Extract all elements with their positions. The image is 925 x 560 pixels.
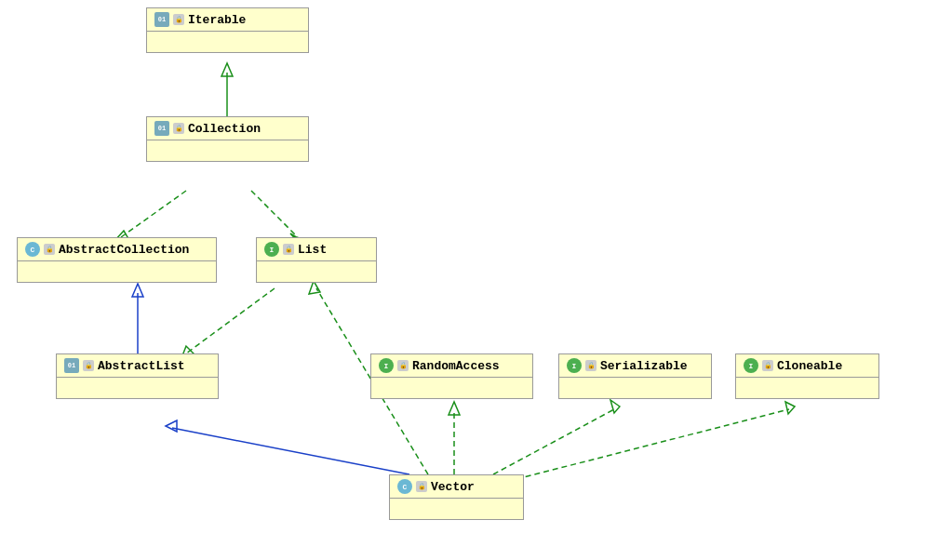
svg-marker-17 — [610, 400, 620, 413]
abstractcollection-label: AbstractCollection — [59, 243, 189, 257]
list-box: I 🔒 List — [256, 237, 377, 283]
vector-icon: C — [397, 479, 412, 494]
serializable-label: Serializable — [600, 359, 688, 373]
svg-line-8 — [186, 288, 275, 353]
abstractcollection-icon: C — [25, 242, 40, 257]
vector-body — [390, 499, 523, 519]
svg-line-16 — [493, 409, 614, 474]
abstractlist-body — [57, 378, 218, 398]
list-icon: I — [264, 242, 279, 257]
cloneable-header: I 🔒 Cloneable — [736, 354, 878, 378]
iterable-header: 01 🔒 Iterable — [147, 8, 308, 32]
abstractlist-header: 01 🔒 AbstractList — [57, 354, 218, 378]
abstractlist-label: AbstractList — [98, 359, 185, 373]
cloneable-body — [736, 378, 878, 398]
svg-marker-7 — [132, 284, 143, 297]
vector-lock: 🔒 — [416, 481, 427, 492]
serializable-lock: 🔒 — [585, 360, 597, 371]
svg-line-4 — [251, 191, 298, 237]
iterable-icon: 01 — [154, 12, 169, 27]
randomaccess-lock: 🔒 — [397, 360, 409, 371]
collection-header: 01 🔒 Collection — [147, 117, 308, 140]
collection-box: 01 🔒 Collection — [146, 116, 309, 162]
randomaccess-box: I 🔒 RandomAccess — [370, 353, 533, 399]
svg-line-12 — [172, 428, 409, 474]
randomaccess-body — [371, 378, 532, 398]
list-body — [257, 261, 376, 282]
randomaccess-header: I 🔒 RandomAccess — [371, 354, 532, 378]
serializable-icon: I — [567, 358, 582, 373]
svg-marker-11 — [309, 281, 320, 294]
abstractlist-lock: 🔒 — [83, 360, 94, 371]
svg-marker-15 — [449, 402, 460, 415]
svg-marker-19 — [785, 402, 795, 414]
cloneable-icon: I — [744, 358, 758, 373]
vector-label: Vector — [431, 480, 475, 494]
abstractcollection-header: C 🔒 AbstractCollection — [18, 238, 216, 261]
list-lock: 🔒 — [283, 244, 294, 255]
collection-icon: 01 — [154, 121, 169, 136]
cloneable-box: I 🔒 Cloneable — [735, 353, 879, 399]
serializable-body — [559, 378, 711, 398]
cloneable-lock: 🔒 — [762, 360, 773, 371]
iterable-body — [147, 32, 308, 52]
list-header: I 🔒 List — [257, 238, 376, 261]
collection-lock: 🔒 — [173, 123, 184, 134]
svg-marker-1 — [221, 63, 233, 76]
iterable-label: Iterable — [188, 13, 246, 27]
iterable-lock: 🔒 — [173, 14, 184, 25]
vector-box: C 🔒 Vector — [389, 474, 524, 520]
serializable-header: I 🔒 Serializable — [559, 354, 711, 378]
diagram-container: 01 🔒 Iterable 01 🔒 Collection C 🔒 Abstra… — [0, 0, 925, 560]
abstractcollection-lock: 🔒 — [44, 244, 55, 255]
abstractcollection-body — [18, 261, 216, 282]
svg-line-2 — [121, 191, 186, 237]
list-label: List — [298, 243, 327, 257]
svg-line-18 — [516, 409, 789, 479]
iterable-box: 01 🔒 Iterable — [146, 7, 309, 53]
collection-body — [147, 140, 308, 161]
collection-label: Collection — [188, 122, 261, 136]
vector-header: C 🔒 Vector — [390, 475, 523, 499]
abstractlist-box: 01 🔒 AbstractList — [56, 353, 219, 399]
svg-marker-13 — [166, 420, 177, 432]
abstractcollection-box: C 🔒 AbstractCollection — [17, 237, 217, 283]
randomaccess-icon: I — [379, 358, 394, 373]
randomaccess-label: RandomAccess — [412, 359, 500, 373]
cloneable-label: Cloneable — [777, 359, 842, 373]
serializable-box: I 🔒 Serializable — [558, 353, 712, 399]
abstractlist-icon: 01 — [64, 358, 79, 373]
